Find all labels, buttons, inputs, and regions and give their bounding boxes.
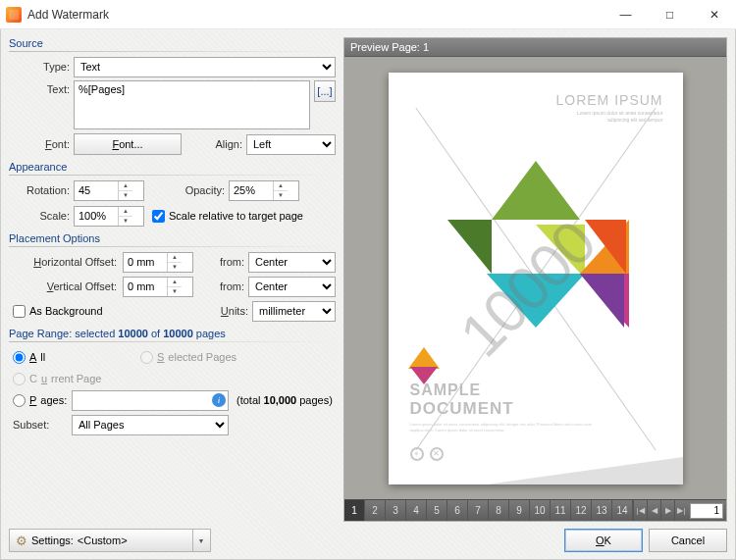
units-select[interactable]: millimeter [252, 301, 336, 322]
pager-page-12[interactable]: 12 [571, 500, 592, 521]
pager-last[interactable]: ▶| [674, 500, 688, 521]
pager-prev[interactable]: ◀ [647, 500, 660, 521]
range-pages-radio[interactable]: Pages: [9, 394, 68, 407]
settings-value: <Custom> [78, 535, 186, 546]
app-icon [6, 7, 22, 23]
rotation-label: Rotation: [9, 184, 70, 196]
rotation-spinner[interactable]: ▲▼ [74, 180, 144, 201]
pager-page-11[interactable]: 11 [551, 500, 571, 521]
macro-button[interactable]: [...] [314, 80, 336, 102]
range-current-radio[interactable]: Current Page [9, 373, 136, 385]
total-pages-label: (total 10,000 pages) [237, 394, 333, 406]
vfrom-select[interactable]: Center [248, 277, 336, 297]
close-button[interactable]: ✕ [692, 0, 736, 28]
type-select[interactable]: Text [74, 57, 336, 77]
align-select[interactable]: Left [246, 134, 336, 155]
hfrom-label: from: [197, 256, 244, 268]
scale-label: Scale: [9, 210, 70, 222]
range-heading: Page Range: selected 10000 of 10000 page… [9, 328, 336, 341]
lorem-block: LOREM IPSUM Lorem ipsum dolor sit amet c… [555, 92, 662, 124]
pager-page-7[interactable]: 7 [468, 500, 489, 521]
source-heading: Source [9, 37, 336, 51]
appearance-heading: Appearance [9, 161, 336, 175]
opacity-label: Opacity: [148, 184, 225, 196]
hfrom-select[interactable]: Center [248, 252, 336, 273]
scale-relative-checkbox[interactable]: Scale relative to target page [152, 210, 303, 223]
cancel-button[interactable]: Cancel [649, 529, 727, 552]
pager-first[interactable]: |◀ [633, 500, 647, 521]
pager-input[interactable] [690, 503, 723, 519]
ok-button[interactable]: OK [564, 529, 643, 552]
opacity-spinner[interactable]: ▲▼ [229, 180, 299, 201]
pager-page-13[interactable]: 13 [592, 500, 612, 521]
align-label: Align: [185, 138, 242, 150]
pager-page-2[interactable]: 2 [365, 500, 386, 521]
preview-heading: Preview Page: 1 [344, 38, 726, 57]
pager-page-6[interactable]: 6 [447, 500, 468, 521]
preview-panel: Preview Page: 1 LOREM IPSUM Lorem ipsum … [343, 37, 727, 522]
hoffset-spinner[interactable]: ▲▼ [123, 252, 193, 273]
tools-icon: ✕ [430, 447, 444, 461]
pager-page-14[interactable]: 14 [612, 500, 633, 521]
titlebar: Add Watermark — □ ✕ [0, 0, 736, 29]
scale-spinner[interactable]: ▲▼ [74, 206, 144, 227]
settings-chevron-icon[interactable]: ▼ [193, 529, 211, 552]
subset-select[interactable]: All Pages [72, 415, 229, 435]
settings-dropdown[interactable]: ⚙ Settings: <Custom> ▼ [9, 529, 211, 552]
range-all-radio[interactable]: All [9, 351, 136, 364]
pager-page-8[interactable]: 8 [489, 500, 509, 521]
placement-heading: Placement Options [9, 232, 336, 246]
maximize-button[interactable]: □ [648, 0, 692, 28]
pager-page-4[interactable]: 4 [406, 500, 427, 521]
text-label: Text: [9, 80, 70, 95]
pin-icon: ⌖ [410, 447, 424, 461]
info-icon[interactable]: i [212, 393, 226, 407]
pager-page-10[interactable]: 10 [530, 500, 551, 521]
pager-page-5[interactable]: 5 [427, 500, 447, 521]
pages-input[interactable] [72, 390, 229, 411]
asbg-checkbox[interactable]: As Background [9, 305, 123, 318]
gear-icon: ⚙ [16, 534, 27, 548]
voffset-spinner[interactable]: ▲▼ [123, 277, 193, 297]
font-label: ont: [52, 138, 70, 150]
type-label: Type: [9, 61, 70, 73]
preview-page: LOREM IPSUM Lorem ipsum dolor sit amet c… [389, 73, 683, 484]
range-selected-radio[interactable]: Selected Pages [140, 351, 237, 364]
window-title: Add Watermark [27, 8, 109, 22]
minimize-button[interactable]: — [604, 0, 648, 28]
pager-page-3[interactable]: 3 [386, 500, 406, 521]
settings-label: Settings: [31, 535, 74, 546]
pager: 1234567891011121314 |◀ ◀ ▶ ▶| [344, 499, 726, 521]
sample-text: SAMPLE DOCUMENT Lorem ipsum dolor sit am… [410, 382, 606, 433]
text-input[interactable] [74, 80, 310, 129]
pager-next[interactable]: ▶ [660, 500, 674, 521]
settings-panel: Source Type: Text Text: [...] Font: Font… [9, 37, 336, 522]
font-button[interactable]: Font... [74, 133, 182, 155]
preview-body: LOREM IPSUM Lorem ipsum dolor sit amet c… [344, 57, 726, 499]
pager-page-9[interactable]: 9 [509, 500, 530, 521]
subset-label: Subset: [9, 419, 68, 431]
vfrom-label: from: [197, 280, 244, 292]
pager-page-1[interactable]: 1 [344, 500, 365, 521]
